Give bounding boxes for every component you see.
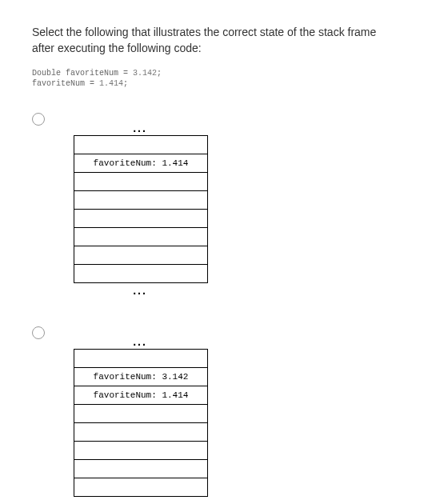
table-row: favoriteNum: 1.414 [74,154,207,173]
table-row: favoriteNum: 3.142 [74,368,207,386]
stack-frame-2: favoriteNum: 3.142 favoriteNum: 1.414 [74,349,208,497]
stack-diagram-2: ... favoriteNum: 3.142 favoriteNum: 1.41… [74,334,208,504]
table-row [74,460,207,478]
table-row [74,246,207,265]
option-1[interactable]: ... favoriteNum: 1.414 ... [32,111,396,298]
table-row: favoriteNum: 1.414 [74,386,207,405]
table-row [74,228,207,246]
code-block: Double favoriteNum = 3.142; favoriteNum … [32,68,396,89]
table-row [74,350,207,368]
code-line2-pre: favoriteNum = [32,79,99,88]
ellipsis-bottom-2: ... [74,498,206,504]
table-row [74,405,207,423]
question-text: Select the following that illustrates th… [32,24,396,57]
table-row [74,442,207,460]
table-row [74,173,207,191]
table-row [74,478,207,497]
code-line1-val: 3.142 [133,69,157,78]
ellipsis-top-1: ... [74,122,206,134]
option-2[interactable]: ... favoriteNum: 3.142 favoriteNum: 1.41… [32,325,396,504]
table-row [74,136,207,154]
table-row [74,423,207,442]
code-line1-post: ; [157,69,162,78]
radio-option-2[interactable] [32,326,45,339]
stack-diagram-1: ... favoriteNum: 1.414 ... [74,121,208,298]
ellipsis-top-2: ... [74,336,206,347]
ellipsis-bottom-1: ... [74,285,206,296]
radio-option-1[interactable] [32,113,45,126]
stack-frame-1: favoriteNum: 1.414 [74,135,208,283]
table-row [74,191,207,210]
code-line2-post: ; [123,79,128,88]
table-row [74,265,207,283]
table-row [74,210,207,228]
code-line2-val: 1.414 [99,79,123,88]
code-line1-pre: Double favoriteNum = [32,69,133,78]
